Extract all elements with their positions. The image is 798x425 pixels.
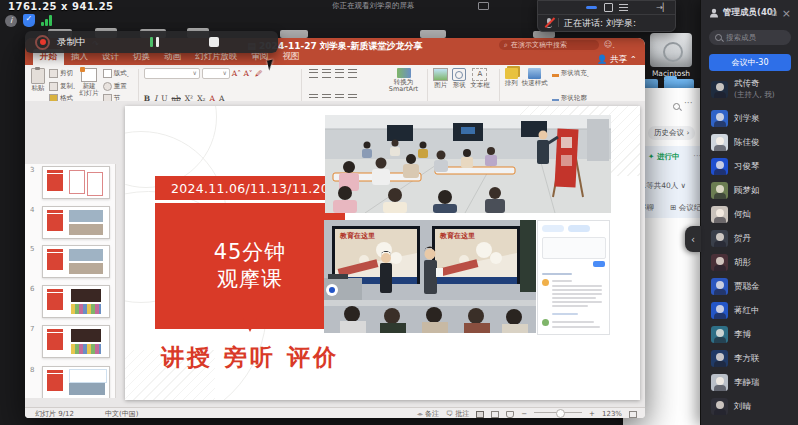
comments-button[interactable]: 🗨 批注 [446,409,469,418]
thumb-number: 3 [30,166,34,174]
shape-fill-button[interactable]: 形状填充 ˯ [552,69,606,78]
font-family-dropdown[interactable] [144,68,200,79]
member-row[interactable]: 顾梦如 [711,182,795,199]
member-row[interactable]: 贾聪金 [711,278,795,295]
member-row[interactable]: 蒋红中 [711,302,795,319]
slideshow-icon[interactable] [506,411,514,418]
ppt-status-bar: 幻灯片 9/12 中文(中国) ⌯ 备注 🗨 批注 − + 123% [25,407,645,418]
slide-canvas[interactable]: 2024.11.06/11.13/11.20 45分钟 观摩课 讲授 旁听 评价 [125,106,640,400]
history-meetings-pill[interactable]: 历史会议 › [648,126,695,140]
quick-styles-button[interactable]: 快速样式 [522,68,548,104]
member-row[interactable]: 武传奇(主持人, 我) [711,78,795,100]
pause-recording-button[interactable] [150,37,159,47]
menu-icon[interactable] [619,7,628,8]
paste-button[interactable]: 粘贴 [31,68,45,104]
member-row[interactable]: 何灿 [711,206,795,223]
member-row[interactable]: 习俊琴 [711,158,795,175]
minimize-icon[interactable] [586,6,597,9]
pointer-coordinates-overlay: 1761.25 x 941.25 [8,1,114,12]
in-meeting-filter-button[interactable]: 会议中-30 [709,54,791,71]
smartart-button[interactable]: 转换为SmartArt [389,68,418,104]
slide-thumbnail[interactable] [42,206,110,239]
display-icon [478,2,489,10]
tab-view[interactable]: 视图 [276,49,307,65]
search-icon [715,34,722,41]
avatar [711,134,728,151]
zoom-out-button[interactable]: − [521,410,527,418]
textbox-button[interactable]: A文本框 [470,68,490,104]
shield-icon[interactable] [23,14,35,27]
arrange-button[interactable]: 排列 [505,68,518,104]
smartart-icon [397,68,411,78]
close-panel-icon[interactable]: × [782,7,791,20]
slide-thumbnail[interactable] [42,366,110,398]
cut-icon [49,69,58,78]
signal-bars-icon [41,15,53,26]
avatar [711,110,728,127]
fit-slide-icon[interactable] [629,411,637,418]
member-row[interactable]: 刘晴 [711,398,795,415]
member-row[interactable]: 贺丹 [711,230,795,247]
in-progress-label: ✦ 进行中 [648,152,679,162]
ppt-search-box[interactable]: ⌕ 在演示文稿中搜索 [499,40,599,50]
member-search-input[interactable]: 搜索成员 [709,30,791,45]
font-size-dropdown[interactable] [202,68,230,79]
members-panel-title: 管理成员(40) [723,7,777,19]
popout-panel-icon[interactable]: ⧉ [771,8,777,19]
slide-thumbnail[interactable] [42,166,110,199]
member-row[interactable]: 李静瑞 [711,374,795,391]
slide-thumbnail-panel[interactable]: 3 4 5 6 7 8 9 10 [25,164,116,398]
reset-button[interactable]: 重置 [103,82,129,91]
new-slide-button[interactable]: 新建幻灯片 [79,68,99,104]
zoom-in-button[interactable]: + [589,410,595,418]
stop-recording-button[interactable] [209,37,219,47]
panel-collapse-handle[interactable]: ‹ [685,226,701,252]
numbering-icon[interactable] [322,69,331,78]
record-indicator-icon [35,35,50,50]
avatar [711,230,728,247]
avatar [711,158,728,175]
avatar [711,326,728,343]
slide-thumbnail[interactable] [42,325,110,358]
collapse-to-edge-icon[interactable]: →▏ [656,3,669,12]
now-speaking-popup: →▏ 正在讲话: 刘学泉: [537,0,676,32]
zoom-percentage[interactable]: 123% [602,410,622,418]
bullets-icon[interactable] [309,69,318,78]
maximize-icon[interactable] [604,3,613,12]
slide-thumbnail[interactable] [42,285,110,318]
background-window [280,30,308,38]
slide-thumbnail[interactable] [42,245,110,278]
normal-view-icon[interactable] [476,411,484,418]
member-row[interactable]: 李方联 [711,350,795,367]
recording-label: 录制中 [57,36,86,49]
feedback-smiley-icon[interactable]: ☺˯ [604,40,615,49]
layout-button[interactable]: 版式 ˯ [103,69,129,78]
info-icon[interactable]: i [5,15,17,27]
member-row[interactable]: 胡彤 [711,254,795,271]
more-icon[interactable]: ··· [684,98,693,108]
indent-increase-icon[interactable] [348,69,357,78]
article-comments-screenshot [537,220,610,335]
slide-sorter-icon[interactable] [491,411,499,418]
language-indicator[interactable]: 中文(中国) [105,409,138,418]
avatar [711,350,728,367]
avatar [711,398,728,415]
shapes-button[interactable]: 形状 [452,68,466,104]
search-icon[interactable] [673,103,680,110]
zoom-slider[interactable] [534,412,582,413]
copy-icon [49,82,58,91]
new-slide-icon [81,68,97,82]
notes-button[interactable]: ⌯ 备注 [417,409,439,418]
mic-muted-icon[interactable] [544,17,554,29]
member-row[interactable]: 陈佳俊 [711,134,795,151]
copy-button[interactable]: 复制 ˯ [49,82,75,91]
screen: 1761.25 x 941.25 i 你正在观看刘学泉的屏幕 Macintosh… [0,0,798,425]
picture-button[interactable]: 图片 [433,68,448,104]
avatar [711,254,728,271]
member-row[interactable]: 刘学泉 [711,110,795,127]
cut-button[interactable]: 剪切 [49,69,75,78]
avatar [711,81,728,98]
member-row[interactable]: 李博 [711,326,795,343]
indent-decrease-icon[interactable] [335,69,344,78]
screenshare-banner: 你正在观看刘学泉的屏幕 [332,1,415,11]
